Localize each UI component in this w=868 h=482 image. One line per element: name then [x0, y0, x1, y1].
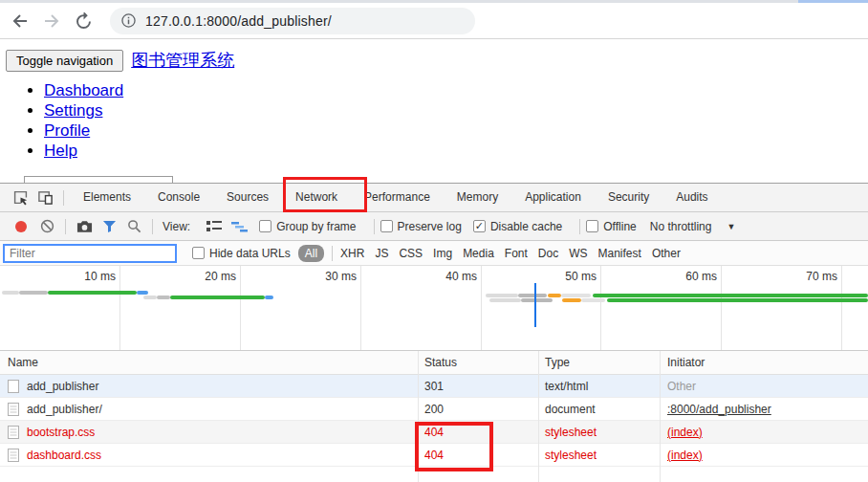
filter-button[interactable] [97, 216, 121, 237]
search-button[interactable] [121, 216, 146, 237]
waterfall-bar [265, 296, 273, 299]
tick-label: 20 ms [183, 270, 236, 283]
column-header-type[interactable]: Type [538, 356, 660, 369]
url-text: 127.0.0.1:8000/add_publisher/ [145, 13, 332, 29]
site-info-icon[interactable] [121, 13, 136, 28]
tab-sources[interactable]: Sources [213, 184, 282, 211]
filter-input[interactable] [3, 244, 177, 263]
table-row[interactable]: dashboard.css 404 stylesheet (index) [0, 444, 868, 467]
column-header-initiator[interactable]: Initiator [660, 356, 868, 369]
filter-type-css[interactable]: CSS [399, 247, 423, 260]
request-status: 404 [418, 426, 538, 439]
refresh-button[interactable] [72, 10, 95, 33]
throttling-value: No throttling [650, 220, 712, 233]
waterfall-bar [593, 294, 868, 297]
camera-icon [76, 220, 93, 233]
waterfall-bar [143, 296, 157, 299]
waterfall-overview-icon [231, 221, 248, 232]
gridline [240, 266, 241, 350]
filter-type-doc[interactable]: Doc [538, 247, 558, 260]
gridline [119, 266, 120, 350]
request-type: text/html [538, 380, 660, 393]
group-by-frame-checkbox[interactable] [259, 220, 271, 232]
nav-link-help[interactable]: Help [44, 142, 77, 160]
tab-memory[interactable]: Memory [444, 184, 511, 211]
tab-application[interactable]: Application [511, 184, 595, 211]
waterfall-bar [19, 291, 48, 295]
tab-strip-highlight [798, 0, 868, 3]
waterfall-bar [562, 298, 581, 302]
filter-type-other[interactable]: Other [652, 247, 681, 260]
page-content: Toggle navigation 图书管理系统 Dashboard Setti… [0, 39, 868, 182]
request-name: bootstrap.css [27, 426, 95, 439]
divider [579, 219, 580, 234]
table-row[interactable]: add_publisher/ 200 document :8000/add_pu… [0, 398, 868, 421]
filter-type-img[interactable]: Img [433, 247, 452, 260]
request-name: add_publisher/ [27, 403, 102, 416]
gridline [600, 266, 601, 350]
document-icon [8, 449, 19, 462]
disable-cache-checkbox[interactable] [473, 220, 486, 232]
request-initiator-link[interactable]: (index) [667, 426, 703, 439]
tab-performance[interactable]: Performance [351, 184, 444, 211]
network-filter-bar: Hide data URLs All XHR JS CSS Img Media … [0, 241, 868, 266]
offline-checkbox[interactable] [586, 220, 598, 232]
tab-security[interactable]: Security [595, 184, 662, 211]
clear-icon [40, 219, 54, 233]
network-requests-table: Name Status Type Initiator add_publisher… [0, 351, 868, 467]
waterfall-bar [518, 294, 547, 297]
record-button[interactable] [15, 221, 27, 232]
clear-button[interactable] [34, 216, 59, 237]
forward-button[interactable] [40, 10, 63, 33]
tab-elements[interactable]: Elements [70, 184, 144, 211]
filter-type-ws[interactable]: WS [569, 247, 587, 260]
filter-type-media[interactable]: Media [463, 247, 494, 260]
throttling-dropdown[interactable]: No throttling ▼ [650, 220, 736, 233]
table-row[interactable]: add_publisher 301 text/html Other [0, 375, 868, 398]
waterfall-bar [157, 296, 170, 299]
waterfall-bar [137, 291, 148, 295]
devtools-panel: Elements Console Sources Network Perform… [0, 183, 868, 482]
table-row[interactable]: bootstrap.css 404 stylesheet (index) [0, 421, 868, 444]
preserve-log-checkbox[interactable] [380, 220, 393, 232]
back-arrow-icon [11, 12, 29, 30]
waterfall-bar [489, 298, 521, 302]
column-header-status[interactable]: Status [418, 356, 538, 369]
toggle-navigation-button[interactable]: Toggle navigation [6, 50, 123, 72]
filter-type-manifest[interactable]: Manifest [598, 247, 641, 260]
list-item: Settings [44, 102, 868, 119]
divider [374, 219, 375, 234]
nav-link-dashboard[interactable]: Dashboard [44, 81, 123, 99]
tab-audits[interactable]: Audits [662, 184, 721, 211]
network-overview-timeline[interactable]: 10 ms 20 ms 30 ms 40 ms 50 ms 60 ms 70 m… [0, 266, 868, 351]
inspect-element-button[interactable] [8, 187, 33, 208]
device-toolbar-button[interactable] [33, 187, 57, 208]
nav-link-settings[interactable]: Settings [44, 101, 102, 120]
address-bar[interactable]: 127.0.0.1:8000/add_publisher/ [110, 8, 475, 34]
column-header-name[interactable]: Name [0, 356, 418, 369]
request-initiator: Other [667, 380, 696, 393]
gridline [721, 266, 722, 350]
request-type: stylesheet [538, 449, 660, 462]
request-status: 200 [418, 403, 538, 416]
show-overview-toggle[interactable] [227, 216, 251, 237]
request-initiator-link[interactable]: :8000/add_publisher [667, 403, 771, 416]
request-initiator-link[interactable]: (index) [667, 449, 703, 462]
nav-link-profile[interactable]: Profile [44, 121, 90, 140]
browser-toolbar: 127.0.0.1:8000/add_publisher/ [0, 3, 868, 39]
capture-screenshots-button[interactable] [72, 216, 97, 237]
page-nav-list: Dashboard Settings Profile Help [44, 82, 868, 159]
devtools-tabbar: Elements Console Sources Network Perform… [0, 184, 868, 212]
back-button[interactable] [9, 10, 32, 33]
list-item: Help [44, 142, 868, 159]
hide-data-urls-checkbox[interactable] [192, 247, 205, 259]
tab-console[interactable]: Console [144, 184, 213, 211]
filter-type-font[interactable]: Font [505, 247, 528, 260]
filter-type-js[interactable]: JS [375, 247, 388, 260]
filter-type-all[interactable]: All [298, 245, 324, 262]
large-rows-toggle[interactable] [202, 216, 227, 237]
brand-link[interactable]: 图书管理系统 [131, 49, 234, 72]
filter-type-xhr[interactable]: XHR [340, 247, 364, 260]
tab-network[interactable]: Network [282, 184, 351, 211]
gridline [841, 266, 842, 350]
